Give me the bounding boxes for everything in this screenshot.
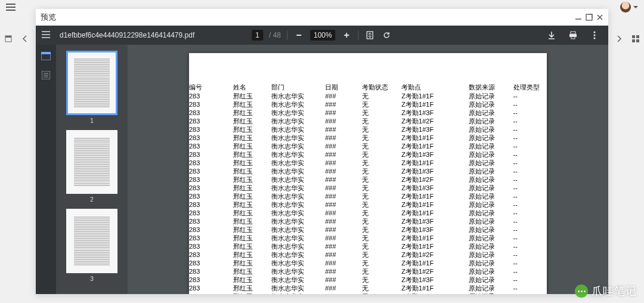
- sidebar-toggle-icon[interactable]: [42, 31, 50, 40]
- table-row: 283邢红玉衡水志华实###无Z考勤1#1F原始记录--: [189, 192, 547, 200]
- cell-status: 无: [362, 134, 402, 142]
- thumbnail-page[interactable]: [66, 209, 117, 273]
- col-header-type: 处理类型: [513, 83, 547, 92]
- col-header-source: 数据来源: [469, 83, 513, 92]
- cell-date: ###: [325, 175, 362, 184]
- cell-id: 283: [189, 150, 233, 159]
- cell-dept: 衡水志华实: [271, 225, 325, 234]
- cell-point: Z考勤1#3F: [401, 109, 469, 117]
- zoom-in-button[interactable]: [342, 30, 352, 41]
- cell-id: 283: [189, 142, 233, 150]
- col-header-point: 考勤点: [401, 83, 469, 92]
- cell-id: 283: [189, 217, 233, 225]
- cell-id: 283: [189, 225, 233, 234]
- thumbnail-page[interactable]: [66, 51, 117, 115]
- cell-name: 邢红玉: [233, 242, 271, 251]
- minimize-button[interactable]: [575, 14, 582, 21]
- cell-point: Z考勤1#3F: [401, 125, 469, 134]
- table-row: 283邢红玉衡水志华实###无Z考勤1#3F原始记录--: [189, 276, 547, 284]
- cell-source: 原始记录: [469, 242, 513, 251]
- dialog-title: 预览: [41, 12, 56, 23]
- cell-date: ###: [325, 167, 362, 175]
- cell-date: ###: [325, 159, 362, 167]
- cell-date: ###: [325, 184, 362, 192]
- cell-type: --: [513, 100, 547, 109]
- cell-point: Z考勤1#1F: [401, 200, 469, 209]
- download-button[interactable]: [546, 30, 557, 41]
- cell-status: 无: [362, 192, 402, 200]
- more-menu-icon[interactable]: [589, 30, 600, 41]
- cell-name: 邢红玉: [233, 150, 271, 159]
- cell-dept: 衡水志华实: [271, 117, 325, 125]
- cell-dept: 衡水志华实: [271, 209, 325, 217]
- svg-rect-4: [632, 39, 635, 42]
- zoom-out-button[interactable]: [293, 30, 304, 41]
- thumbnails-tab-icon[interactable]: [41, 52, 51, 60]
- close-button[interactable]: [596, 14, 603, 21]
- cell-source: 原始记录: [469, 234, 513, 242]
- table-row: 283邢红玉衡水志华实###无Z考勤1#1F原始记录--: [189, 259, 547, 267]
- cell-name: 邢红玉: [233, 117, 271, 125]
- page-indicator[interactable]: 1: [252, 30, 263, 41]
- cell-point: Z考勤1#2F: [401, 175, 469, 184]
- table-row: 283邢红玉衡水志华实###无Z考勤1#1F原始记录--: [189, 284, 547, 292]
- cell-date: ###: [325, 142, 362, 150]
- cell-status: 无: [362, 167, 402, 175]
- rotate-button[interactable]: [382, 30, 392, 41]
- attendance-table: 编号姓名部门日期考勤状态考勤点数据来源处理类型 283邢红玉衡水志华实###无Z…: [189, 83, 547, 294]
- chevron-left-icon[interactable]: [22, 35, 28, 42]
- maximize-button[interactable]: [586, 14, 593, 21]
- cell-source: 原始记录: [469, 209, 513, 217]
- cell-id: 283: [189, 259, 233, 267]
- cell-status: 无: [362, 292, 402, 294]
- thumbnail-page[interactable]: [66, 130, 117, 194]
- cell-point: Z考勤1#3F: [401, 167, 469, 175]
- cell-dept: 衡水志华实: [271, 142, 325, 150]
- table-row: 283邢红玉衡水志华实###无Z考勤1#3F原始记录--: [189, 109, 547, 117]
- outline-tab-icon[interactable]: [42, 71, 50, 79]
- cell-point: Z考勤1#3F: [401, 217, 469, 225]
- cell-date: ###: [325, 192, 362, 200]
- cell-date: ###: [325, 234, 362, 242]
- cell-dept: 衡水志华实: [271, 242, 325, 251]
- cell-status: 无: [362, 184, 402, 192]
- cell-source: 原始记录: [469, 159, 513, 167]
- cell-date: ###: [325, 284, 362, 292]
- cell-source: 原始记录: [469, 267, 513, 276]
- cell-status: 无: [362, 217, 402, 225]
- cell-id: 283: [189, 192, 233, 200]
- cell-date: ###: [325, 125, 362, 134]
- cell-dept: 衡水志华实: [271, 125, 325, 134]
- avatar[interactable]: [620, 2, 631, 13]
- watermark-text: 爪哇笔记: [592, 284, 637, 298]
- chevron-down-icon[interactable]: [633, 6, 638, 9]
- table-row: 283邢红玉衡水志华实###无Z考勤1#3F原始记录--: [189, 167, 547, 175]
- host-grid-icon[interactable]: [632, 35, 639, 42]
- print-button[interactable]: [568, 30, 578, 41]
- cell-status: 无: [362, 267, 402, 276]
- cell-status: 无: [362, 251, 402, 259]
- cell-id: 283: [189, 276, 233, 284]
- table-row: 283邢红玉衡水志华实###无Z考勤1#3F原始记录--: [189, 150, 547, 159]
- cell-point: Z考勤1#3F: [401, 276, 469, 284]
- svg-rect-2: [632, 35, 635, 38]
- chevron-right-icon[interactable]: [616, 35, 622, 42]
- fit-page-button[interactable]: [365, 30, 376, 41]
- cell-point: Z考勤1#3F: [401, 184, 469, 192]
- host-menu-icon[interactable]: [6, 2, 16, 13]
- zoom-level[interactable]: 100%: [310, 30, 336, 41]
- table-row: 283邢红玉衡水志华实###无Z考勤1#1F原始记录--: [189, 234, 547, 242]
- table-row: 283邢红玉衡水志华实###无Z考勤1#1F原始记录--: [189, 200, 547, 209]
- cell-status: 无: [362, 100, 402, 109]
- page-area[interactable]: 编号姓名部门日期考勤状态考勤点数据来源处理类型 283邢红玉衡水志华实###无Z…: [128, 45, 608, 294]
- table-row: 283邢红玉衡水志华实###无Z考勤1#1F原始记录--: [189, 134, 547, 142]
- cell-type: --: [513, 234, 547, 242]
- svg-rect-15: [41, 52, 51, 54]
- col-header-status: 考勤状态: [362, 83, 402, 92]
- cell-source: 原始记录: [469, 134, 513, 142]
- cell-status: 无: [362, 242, 402, 251]
- viewer-side-rail: [36, 45, 56, 294]
- cell-name: 邢红玉: [233, 167, 271, 175]
- host-thumbnail-icon[interactable]: [5, 35, 12, 42]
- cell-dept: 衡水志华实: [271, 234, 325, 242]
